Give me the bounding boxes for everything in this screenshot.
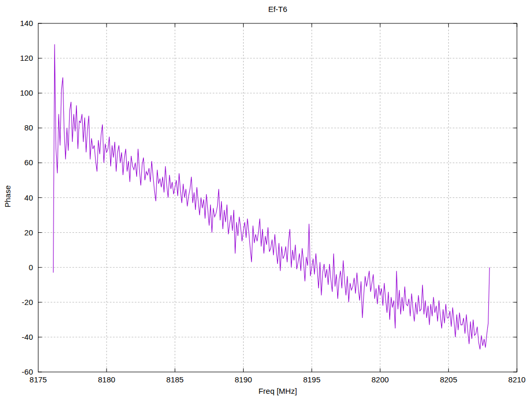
chart-canvas: Ef-T6 81758180818581908195820082058210-6… — [0, 0, 532, 399]
y-tick-label: 80 — [24, 123, 33, 132]
y-tick-label: 100 — [20, 88, 33, 97]
x-tick-label: 8185 — [166, 375, 183, 384]
y-tick-label: -60 — [22, 367, 33, 376]
y-tick-label: 120 — [20, 54, 33, 62]
x-tick-label: 8200 — [371, 375, 389, 384]
y-tick-label: 20 — [24, 228, 33, 237]
phase-plot: 81758180818581908195820082058210-60-40-2… — [0, 0, 532, 399]
y-tick-label: 40 — [24, 193, 33, 202]
y-tick-label: -20 — [22, 298, 33, 307]
x-tick-label: 8190 — [235, 375, 252, 384]
y-tick-label: 140 — [20, 19, 33, 28]
y-tick-label: 0 — [29, 263, 33, 272]
x-tick-label: 8205 — [440, 375, 457, 384]
x-axis-title: Freq [MHz] — [38, 387, 517, 396]
x-tick-label: 8210 — [508, 375, 525, 384]
x-tick-label: 8180 — [98, 375, 115, 384]
y-tick-label: 60 — [24, 158, 33, 167]
phase-trace — [54, 44, 490, 349]
y-axis-title-text: Phase — [3, 185, 12, 208]
x-tick-label: 8175 — [30, 375, 47, 384]
x-tick-label: 8195 — [303, 375, 320, 384]
y-tick-label: -40 — [22, 332, 33, 341]
